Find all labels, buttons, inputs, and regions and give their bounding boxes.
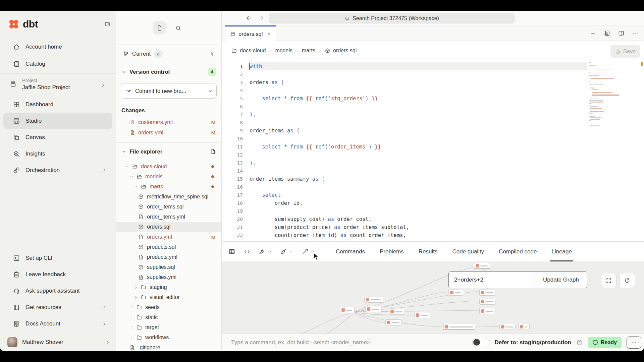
forward-arrow-icon[interactable] [257, 14, 265, 22]
fullscreen-button[interactable] [601, 273, 616, 288]
format-broom-icon[interactable] [280, 248, 287, 255]
code-line-22[interactable]: 22 count(order_item_id) as count_order_i… [222, 231, 644, 239]
tree-item-target[interactable]: target [116, 322, 221, 333]
version-control-header[interactable]: Version control 4 [116, 63, 221, 80]
new-tab-icon[interactable] [590, 30, 596, 37]
sidebar-item-project[interactable]: Project Jaffle Shop Project [0, 74, 116, 95]
lineage-selector-input[interactable]: 2+orders+2 [449, 272, 535, 288]
sidebar-item-docs-account[interactable]: Docs Account [3, 315, 112, 332]
sidebar-item-setup-cli[interactable]: Set up CLI [3, 250, 112, 266]
tree-item--gitignore[interactable]: .gitignore [116, 343, 221, 351]
code-line-13[interactable]: 13), [222, 159, 644, 167]
code-line-11[interactable]: 11 select * from {{ ref('order_items') }… [222, 143, 644, 151]
refresh-graph-button[interactable] [620, 273, 635, 288]
tree-item-marts[interactable]: marts [116, 182, 221, 192]
close-icon[interactable] [267, 32, 271, 36]
panel-tab-compiled-code[interactable]: Compiled code [499, 242, 537, 261]
sidebar-item-orchestration[interactable]: Orchestration [3, 162, 112, 178]
lineage-node[interactable] [518, 324, 530, 330]
code-line-3[interactable]: 3orders as ( [222, 78, 644, 86]
save-button[interactable]: Save [610, 45, 640, 58]
tree-item-docs-cloud[interactable]: docs-cloud [116, 162, 221, 172]
panel-tab-code-quality[interactable]: Code quality [452, 242, 484, 261]
lineage-node[interactable] [365, 306, 381, 312]
panel-tab-commands[interactable]: Commands [336, 242, 365, 261]
user-menu[interactable]: Matthew Shaver [0, 333, 116, 351]
code-line-4[interactable]: 4 [222, 86, 644, 95]
command-input[interactable]: Type a command, ex. dbt build --select <… [231, 339, 370, 346]
code-line-15[interactable]: 15order_items_summary as ( [222, 175, 644, 183]
tree-item-orders-yml[interactable]: orders.ymlM [116, 232, 221, 242]
help-icon[interactable] [576, 339, 583, 346]
sidebar-item-dashboard[interactable]: Dashboard [3, 96, 112, 113]
lineage-node[interactable] [479, 299, 495, 305]
lineage-node[interactable] [364, 297, 383, 303]
code-line-9[interactable]: 9order_items as ( [222, 127, 644, 135]
sidebar-item-get-resources[interactable]: Get resources [3, 299, 112, 315]
sidebar-item-ask-support[interactable]: Ask support assistant [3, 283, 112, 299]
tree-item-order-items-sql[interactable]: order_items.sql [116, 202, 221, 212]
scrollbar-thumb[interactable] [641, 62, 643, 66]
sidebar-item-account-home[interactable]: Account home [3, 38, 112, 55]
lineage-node[interactable] [499, 324, 516, 330]
build-wrench-icon[interactable] [259, 248, 266, 255]
defer-toggle[interactable] [472, 338, 489, 347]
catalog-panel-icon[interactable] [604, 30, 610, 37]
lineage-node[interactable] [385, 319, 401, 325]
code-line-1[interactable]: 1with [222, 62, 644, 70]
chevron-down-icon[interactable] [289, 249, 293, 254]
tree-item-visual-editor[interactable]: visual_editor [116, 292, 221, 302]
tree-item-static[interactable]: static [116, 312, 221, 322]
project-search-input[interactable]: Search Project 372475 (Workspace) [269, 13, 515, 23]
tree-item-models[interactable]: models [116, 172, 221, 182]
update-graph-button[interactable]: Update Graph [535, 272, 587, 288]
tree-item-staging[interactable]: staging [116, 282, 221, 292]
code-line-5[interactable]: 5 select * from {{ ref('stg_orders') }} [222, 95, 644, 103]
sidebar-item-insights[interactable]: Insights [3, 145, 112, 162]
tree-item-workflows[interactable]: workflows [116, 333, 221, 343]
new-file-icon[interactable] [210, 148, 216, 155]
code-line-6[interactable]: 6 [222, 103, 644, 111]
commit-dropdown-button[interactable] [202, 88, 216, 94]
tree-item-order-items-yml[interactable]: order_items.yml [116, 212, 221, 222]
tree-item-products-yml[interactable]: products.yml [116, 252, 221, 262]
copy-icon[interactable] [210, 51, 216, 57]
breadcrumb-item[interactable]: docs-cloud [240, 48, 266, 54]
lineage-node[interactable] [448, 290, 463, 296]
sidebar-item-studio[interactable]: Studio [3, 113, 112, 129]
tree-item-metricflow-time-spine-sql[interactable]: metricflow_time_spine.sql [116, 192, 221, 202]
tab-orders-sql[interactable]: orders.sql [225, 25, 276, 41]
code-line-17[interactable]: 17 select [222, 191, 644, 199]
sidebar-item-leave-feedback[interactable]: Leave feedback [3, 266, 112, 283]
collapse-sidebar-icon[interactable] [104, 21, 110, 27]
code-line-2[interactable]: 2 [222, 70, 644, 78]
tree-item-products-sql[interactable]: products.sql [116, 242, 221, 252]
code-line-7[interactable]: 7), [222, 111, 644, 119]
code-line-12[interactable]: 12 [222, 151, 644, 159]
file-search-button[interactable] [171, 21, 185, 35]
chevron-down-icon[interactable] [267, 249, 272, 254]
split-editor-icon[interactable] [618, 30, 625, 37]
lineage-node[interactable] [479, 290, 495, 296]
code-line-20[interactable]: 20 sum(supply_cost) as order_cost, [222, 215, 644, 223]
tree-item-supplies-yml[interactable]: supplies.yml [116, 272, 221, 282]
breadcrumb-item[interactable]: models [275, 48, 292, 54]
changed-file-row[interactable]: customers.ymlM [116, 117, 221, 127]
panel-tab-lineage[interactable]: Lineage [551, 242, 572, 261]
tree-item-orders-sql[interactable]: orders.sql [116, 222, 221, 232]
breadcrumb-item[interactable]: marts [302, 48, 315, 54]
status-more-button[interactable] [627, 337, 641, 349]
code-line-8[interactable]: 8 [222, 119, 644, 127]
panel-tab-problems[interactable]: Problems [380, 242, 404, 261]
code-line-18[interactable]: 18 order_id, [222, 199, 644, 207]
minimap[interactable] [589, 62, 626, 127]
code-editor[interactable]: 1with23orders as (45 select * from {{ re… [222, 60, 644, 241]
results-table-icon[interactable] [228, 248, 235, 255]
changed-file-row[interactable]: orders.ymlM [116, 127, 221, 138]
file-explorer-header[interactable]: File explorer [116, 143, 221, 160]
breadcrumb-item[interactable]: orders.sql [333, 48, 357, 54]
tree-item-supplies-sql[interactable]: supplies.sql [116, 262, 221, 272]
lineage-node[interactable] [340, 307, 355, 313]
code-line-16[interactable]: 16 [222, 183, 644, 191]
tree-item-seeds[interactable]: seeds [116, 302, 221, 312]
